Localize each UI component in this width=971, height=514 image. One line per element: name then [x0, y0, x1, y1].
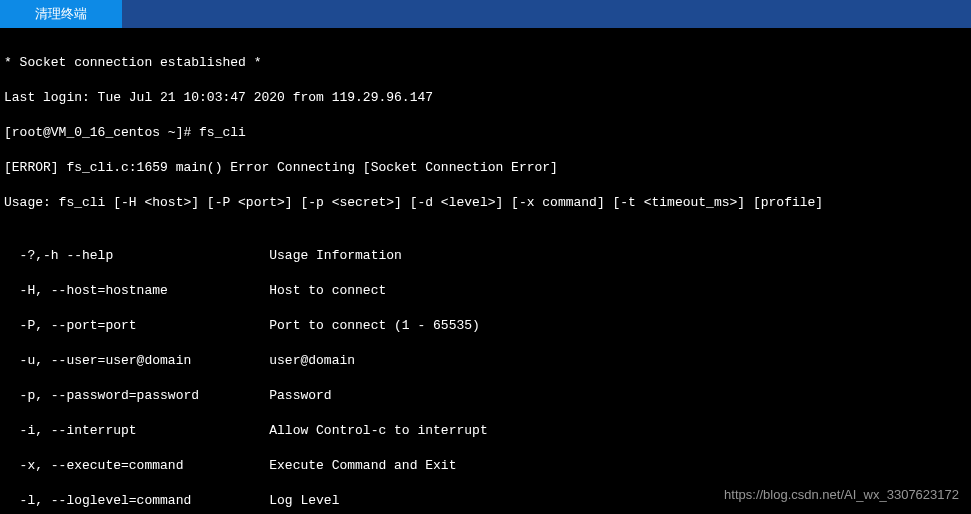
- output-line: -H, --host=hostname Host to connect: [4, 282, 967, 300]
- output-line: -?,-h --help Usage Information: [4, 247, 967, 265]
- output-line: -x, --execute=command Execute Command an…: [4, 457, 967, 475]
- tab-clear-terminal[interactable]: 清理终端: [0, 0, 122, 28]
- output-line: [ERROR] fs_cli.c:1659 main() Error Conne…: [4, 159, 967, 177]
- output-line: -i, --interrupt Allow Control-c to inter…: [4, 422, 967, 440]
- watermark-text: https://blog.csdn.net/AI_wx_3307623172: [724, 487, 959, 502]
- output-line: -u, --user=user@domain user@domain: [4, 352, 967, 370]
- output-line: -P, --port=port Port to connect (1 - 655…: [4, 317, 967, 335]
- output-line: [root@VM_0_16_centos ~]# fs_cli: [4, 124, 967, 142]
- output-line: Usage: fs_cli [-H <host>] [-P <port>] [-…: [4, 194, 967, 212]
- terminal-output[interactable]: * Socket connection established * Last l…: [0, 28, 971, 514]
- output-line: -p, --password=password Password: [4, 387, 967, 405]
- output-line: Last login: Tue Jul 21 10:03:47 2020 fro…: [4, 89, 967, 107]
- output-line: * Socket connection established *: [4, 54, 967, 72]
- header-bar: 清理终端: [0, 0, 971, 28]
